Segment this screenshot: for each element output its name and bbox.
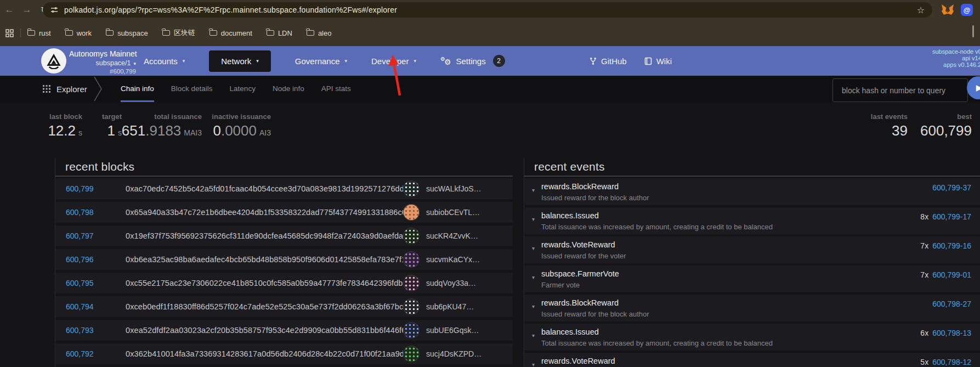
- bookmark-folder[interactable]: document: [209, 29, 252, 37]
- identicon: [403, 298, 420, 315]
- bookmark-folder[interactable]: 区块链: [162, 28, 195, 38]
- expand-toggle-icon[interactable]: [532, 274, 535, 280]
- chain-name: Autonomys Mainnet: [69, 49, 136, 58]
- event-count: 6x: [920, 329, 928, 337]
- identicon: [403, 228, 420, 244]
- event-description: Total issuance was increased by amount, …: [541, 223, 773, 231]
- bookmark-folder[interactable]: aleo: [307, 29, 332, 37]
- event-block-link[interactable]: 600,798-12: [932, 358, 971, 366]
- event-row: balances.IssuedTotal issuance was increa…: [525, 324, 980, 351]
- chevron-down-icon: [413, 58, 416, 64]
- block-author[interactable]: subUE6Gqsk…: [403, 322, 513, 338]
- block-author[interactable]: sucj4DsKZPD…: [403, 346, 513, 362]
- event-block-link[interactable]: 600,798-13: [932, 329, 971, 337]
- back-button-icon[interactable]: [3, 4, 15, 15]
- network-logo[interactable]: [41, 48, 66, 74]
- block-number-link[interactable]: 600,795: [56, 279, 116, 287]
- block-author[interactable]: sudqVoy33a…: [403, 275, 513, 291]
- block-number-link[interactable]: 600,798: [56, 208, 116, 217]
- account-name: sucKR4ZvvK…: [426, 232, 478, 240]
- address-bar[interactable]: polkadot.js.org/apps/?rpc=wss%3A%2F%2Frp…: [43, 2, 932, 18]
- nav-accounts[interactable]: Accounts: [144, 57, 185, 66]
- metamask-extension-icon[interactable]: [941, 4, 954, 16]
- expand-toggle-icon[interactable]: [532, 245, 535, 251]
- event-row: rewards.BlockRewardIssued reward for the…: [525, 295, 980, 321]
- event-block-link[interactable]: 600,799-16: [932, 241, 971, 250]
- event-block-link[interactable]: 600,799-37: [932, 183, 971, 192]
- scrollbar-thumb[interactable]: [972, 25, 974, 37]
- block-author[interactable]: sub6pKU47…: [403, 298, 513, 315]
- nav-governance[interactable]: Governance: [295, 57, 347, 66]
- tab-node-info[interactable]: Node info: [273, 76, 304, 102]
- extension-icon[interactable]: [961, 4, 973, 16]
- bookmark-label: work: [77, 29, 92, 37]
- block-number-link[interactable]: 600,792: [56, 349, 116, 358]
- event-count: 8x: [920, 212, 928, 221]
- event-block-link[interactable]: 600,799-17: [932, 212, 971, 221]
- panel-title: recent blocks: [65, 160, 134, 173]
- block-query-input[interactable]: [832, 78, 968, 102]
- expand-toggle-icon[interactable]: [532, 362, 535, 367]
- event-row: subspace.FarmerVoteFarmer vote 7x600,799…: [525, 266, 980, 292]
- bookmark-folder[interactable]: rust: [27, 29, 51, 37]
- chain-info[interactable]: Autonomys Mainnet subspace/1 #600,799: [69, 49, 136, 75]
- block-row: 600,797 0x19ef37f753f95692375626cf311de9…: [56, 225, 513, 246]
- bookmark-label: subspace: [117, 29, 148, 37]
- bookmark-star-icon[interactable]: [917, 5, 925, 15]
- stat-label: best: [895, 112, 972, 121]
- folder-icon: [307, 30, 314, 36]
- bookmark-label: document: [221, 29, 252, 37]
- expand-toggle-icon[interactable]: [532, 216, 535, 222]
- bookmark-folder[interactable]: subspace: [106, 29, 148, 37]
- block-author[interactable]: sucWALkfJoS…: [403, 180, 513, 197]
- block-hash: 0xceb0edf1f18830ff86d5257f024c7ade52e525…: [126, 302, 403, 311]
- nav-developer[interactable]: Developer: [371, 57, 416, 66]
- identicon: [403, 346, 420, 362]
- event-row: balances.IssuedTotal issuance was increa…: [525, 207, 980, 234]
- block-author[interactable]: subiobCEvTL…: [403, 204, 513, 221]
- nav-settings[interactable]: Settings2: [440, 55, 505, 67]
- bookmarks-bar: rust work subspace 区块链 document LDN aleo: [0, 20, 980, 46]
- apps-grid-icon[interactable]: [5, 29, 14, 37]
- block-number-link[interactable]: 600,796: [56, 255, 116, 264]
- event-description: Farmer vote: [541, 281, 619, 289]
- expand-toggle-icon[interactable]: [532, 187, 535, 193]
- block-number-link[interactable]: 600,797: [56, 232, 116, 240]
- wiki-label: Wiki: [656, 57, 672, 66]
- bookmark-label: LDN: [278, 29, 292, 37]
- expand-toggle-icon[interactable]: [532, 332, 535, 338]
- block-hash: 0x65a940a33b47c72e1b6dbee4204db1f5335832…: [126, 208, 403, 217]
- block-author[interactable]: sucKR4ZvvK…: [403, 228, 513, 244]
- stat-decimals: .9183: [145, 122, 181, 139]
- divider: [20, 29, 21, 37]
- fork-icon: [590, 57, 597, 65]
- tab-api-stats[interactable]: API stats: [321, 76, 351, 102]
- account-name: sudqVoy33a…: [426, 279, 476, 287]
- block-number-link[interactable]: 600,794: [56, 302, 116, 311]
- event-block-link[interactable]: 600,798-27: [932, 300, 971, 308]
- event-name: rewards.BlockReward: [541, 298, 649, 307]
- block-author[interactable]: sucvmKaCYx…: [403, 251, 513, 268]
- event-block-link[interactable]: 600,799-01: [932, 270, 971, 279]
- expand-toggle-icon[interactable]: [532, 303, 535, 309]
- tab-latency[interactable]: Latency: [230, 76, 256, 102]
- wiki-link[interactable]: Wiki: [644, 57, 672, 66]
- bookmark-folder[interactable]: work: [65, 29, 92, 37]
- stat-decimals: .0000: [221, 122, 257, 139]
- tab-block-details[interactable]: Block details: [171, 76, 213, 102]
- nav-network[interactable]: Network: [209, 50, 271, 72]
- forward-button-icon[interactable]: [21, 4, 33, 15]
- bookmark-label: 区块链: [174, 28, 195, 38]
- block-number-link[interactable]: 600,799: [56, 184, 116, 193]
- bookmark-label: aleo: [318, 29, 332, 37]
- event-description: Issued reward for the voter: [541, 252, 626, 260]
- tab-chain-info[interactable]: Chain info: [121, 76, 154, 102]
- bookmark-folder[interactable]: LDN: [267, 29, 292, 37]
- github-link[interactable]: GitHub: [590, 57, 627, 66]
- section-label: Explorer: [56, 84, 87, 94]
- block-number-link[interactable]: 600,793: [56, 326, 116, 335]
- account-name: subiobCEvTL…: [426, 208, 480, 217]
- stat-value: 600,799: [920, 122, 972, 139]
- stat-inactive-issuance: inactive issuance 0.0000AI3: [181, 112, 271, 139]
- site-info-icon[interactable]: [50, 5, 59, 14]
